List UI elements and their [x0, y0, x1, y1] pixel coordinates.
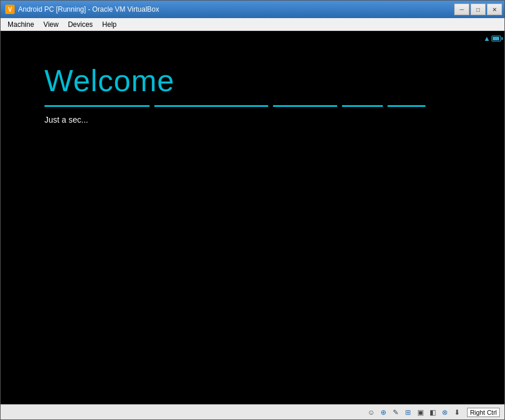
virtualbox-icon: V: [5, 5, 15, 14]
menu-devices[interactable]: Devices: [63, 18, 98, 30]
progress-segment-5: [388, 105, 426, 107]
close-button[interactable]: ✕: [487, 4, 502, 15]
progress-segment-1: [44, 105, 150, 107]
status-icons-row: ☺ ⊕ ✎ ⊞ ▣ ◧ ⊗ ⬇: [366, 407, 462, 418]
menu-help[interactable]: Help: [98, 18, 122, 30]
status-bar: ☺ ⊕ ✎ ⊞ ▣ ◧ ⊗ ⬇ Right Ctrl: [1, 404, 504, 419]
battery-fill: [493, 37, 499, 40]
welcome-screen: Welcome Just a sec...: [44, 63, 461, 124]
boot-status-text: Just a sec...: [44, 115, 461, 124]
vm-status-icons: ▲: [483, 34, 501, 43]
usb-icon[interactable]: ⊞: [403, 407, 413, 418]
network-icon[interactable]: ⊕: [378, 407, 389, 418]
progress-bar: [44, 105, 461, 107]
minimize-button[interactable]: ─: [454, 4, 469, 15]
progress-segment-4: [342, 105, 383, 107]
menu-view[interactable]: View: [39, 18, 63, 30]
globe-icon[interactable]: ⊗: [440, 407, 450, 418]
welcome-title: Welcome: [44, 63, 461, 98]
display-icon[interactable]: ▣: [415, 407, 426, 418]
edit-icon[interactable]: ✎: [390, 407, 401, 418]
arrow-icon[interactable]: ⬇: [452, 407, 462, 418]
audio-icon[interactable]: ◧: [427, 407, 438, 418]
window-title: Android PC [Running] - Oracle VM Virtual…: [18, 5, 159, 13]
restore-button[interactable]: □: [471, 4, 486, 15]
title-bar-left: V Android PC [Running] - Oracle VM Virtu…: [5, 5, 159, 14]
smiley-icon[interactable]: ☺: [366, 407, 376, 418]
menu-bar: Machine View Devices Help: [1, 18, 504, 31]
virtualbox-window: V Android PC [Running] - Oracle VM Virtu…: [0, 0, 505, 420]
vm-viewport[interactable]: ▲ Welcome Just a sec...: [1, 31, 504, 404]
battery-icon: [492, 36, 501, 41]
right-ctrl-label: Right Ctrl: [467, 408, 500, 417]
progress-segment-2: [154, 105, 268, 107]
icon-letter: V: [8, 6, 12, 13]
progress-segment-3: [273, 105, 337, 107]
menu-machine[interactable]: Machine: [3, 18, 39, 30]
title-bar-buttons: ─ □ ✕: [454, 4, 502, 15]
title-bar: V Android PC [Running] - Oracle VM Virtu…: [1, 1, 504, 18]
signal-icon: ▲: [483, 34, 490, 43]
